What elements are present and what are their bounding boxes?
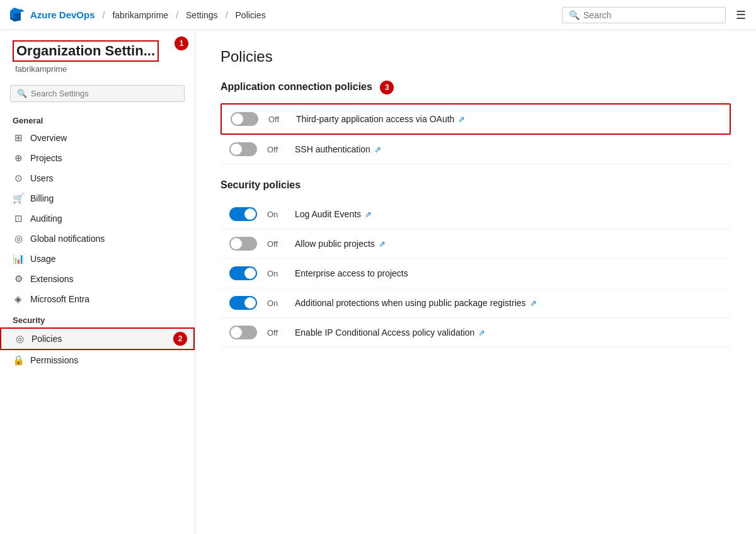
topnav: Azure DevOps / fabrikamprime / Settings … [0,0,756,30]
policies-icon: ◎ [14,333,25,344]
toggle-log-audit[interactable] [229,207,257,221]
sidebar-item-usage[interactable]: 📊 Usage [0,249,195,269]
breadcrumb-sep-2: / [176,10,178,20]
sidebar-item-entra-label: Microsoft Entra [30,294,89,304]
link-icon-ssh[interactable]: ⇗ [374,145,381,154]
badge-2: 2 [173,332,187,346]
sidebar-header: Organization Settin... fabrikamprime 1 [0,30,195,80]
policy-row-ssh: Off SSH authentication ⇗ [220,135,731,164]
policy-text-log-audit: Log Audit Events ⇗ [295,209,372,219]
toggle-knob-public-projects [231,238,242,249]
toggle-public-projects[interactable] [229,237,257,251]
auditing-icon: ⊡ [13,213,24,224]
policy-row-oauth: Off Third-party application access via O… [220,103,731,135]
permissions-icon: 🔒 [13,355,24,366]
section-app-connection-title: Application connection policies 3 [220,81,731,94]
toggle-label-log-audit: On [267,210,285,219]
topnav-brand: Azure DevOps [30,9,95,20]
toggle-ip-conditional[interactable] [229,326,257,339]
toggle-knob-additional-protections [244,297,256,309]
org-title: Organization Settin... [13,40,159,62]
sidebar-search-input[interactable] [31,89,178,98]
policy-text-ip-conditional: Enable IP Conditional Access policy vali… [295,327,485,338]
sidebar-search-icon: 🔍 [17,89,27,98]
sidebar-item-auditing-label: Auditing [30,213,62,224]
sidebar-item-users-label: Users [30,173,54,183]
badge-3: 3 [380,81,394,94]
toggle-label-enterprise-access: On [267,269,285,278]
notifications-icon: ◎ [13,233,24,244]
azure-devops-logo [10,8,25,23]
sidebar-item-overview-label: Overview [30,133,67,143]
sidebar-item-policies-label: Policies [32,334,62,344]
breadcrumb-sep-1: / [103,10,105,20]
section-app-connection: Application connection policies 3 Off Th… [220,81,731,164]
sidebar-item-permissions[interactable]: 🔒 Permissions [0,350,195,370]
toggle-label-ssh: Off [267,145,285,154]
link-icon-ip-conditional[interactable]: ⇗ [478,328,485,338]
sidebar-item-billing-label: Billing [30,193,54,203]
policy-text-oauth: Third-party application access via OAuth… [296,114,465,124]
toggle-knob-log-audit [244,208,256,220]
sidebar-item-projects[interactable]: ⊕ Projects [0,148,195,168]
link-icon-additional-protections[interactable]: ⇗ [530,298,537,308]
usage-icon: 📊 [13,253,24,264]
projects-icon: ⊕ [13,152,24,164]
sidebar: Organization Settin... fabrikamprime 1 🔍… [0,30,195,534]
sidebar-item-extensions-label: Extensions [30,274,73,284]
main-content: Policies Application connection policies… [195,30,756,534]
policy-row-public-projects: Off Allow public projects ⇗ [220,229,731,259]
policy-text-enterprise-access: Enterprise access to projects [295,268,408,278]
toggle-enterprise-access[interactable] [229,266,257,280]
page-title: Policies [220,48,273,65]
link-icon-public-projects[interactable]: ⇗ [379,239,386,249]
policy-row-ip-conditional: Off Enable IP Conditional Access policy … [220,318,731,348]
toggle-additional-protections[interactable] [229,296,257,310]
sidebar-item-usage-label: Usage [30,254,55,264]
toggle-ssh[interactable] [229,142,257,156]
menu-icon[interactable]: ☰ [736,8,746,22]
link-icon-oauth[interactable]: ⇗ [458,115,465,124]
sidebar-item-global-notifications[interactable]: ◎ Global notifications [0,229,195,249]
extensions-icon: ⚙ [13,273,24,285]
search-icon: 🔍 [569,10,580,20]
sidebar-item-extensions[interactable]: ⚙ Extensions [0,269,195,289]
policy-row-log-audit: On Log Audit Events ⇗ [220,200,731,229]
policy-row-additional-protections: On Additional protections when using pub… [220,288,731,318]
sidebar-search-box[interactable]: 🔍 [10,85,185,102]
section-security-label: Security [0,309,195,327]
breadcrumb-policies[interactable]: Policies [236,10,266,20]
link-icon-log-audit[interactable]: ⇗ [365,210,372,219]
topnav-logo: Azure DevOps [10,8,95,23]
section-security-policies-title: Security policies [220,179,731,191]
sidebar-item-projects-label: Projects [30,153,62,163]
toggle-label-ip-conditional: Off [267,328,285,338]
toggle-knob-oauth [232,113,243,125]
sidebar-item-overview[interactable]: ⊞ Overview [0,128,195,148]
badge-1: 1 [175,37,188,50]
toggle-oauth[interactable] [231,112,258,126]
toggle-label-public-projects: Off [267,239,285,249]
policy-text-public-projects: Allow public projects ⇗ [295,239,386,249]
breadcrumb-org[interactable]: fabrikamprime [112,10,168,20]
users-icon: ⊙ [13,173,24,184]
policy-text-ssh: SSH authentication ⇗ [295,144,381,154]
toggle-knob-ip-conditional [231,327,242,338]
sidebar-item-permissions-label: Permissions [30,355,78,365]
policy-row-enterprise-access: On Enterprise access to projects [220,259,731,288]
toggle-label-oauth: Off [268,115,286,124]
sidebar-item-billing[interactable]: 🛒 Billing [0,188,195,208]
toggle-knob-ssh [231,144,242,155]
toggle-label-additional-protections: On [267,298,285,308]
search-input[interactable] [583,10,719,20]
sidebar-item-auditing[interactable]: ⊡ Auditing [0,208,195,229]
sidebar-item-policies[interactable]: ◎ Policies 2 [0,327,195,350]
overview-icon: ⊞ [13,132,24,144]
toggle-knob-enterprise-access [244,268,256,279]
breadcrumb-settings[interactable]: Settings [186,10,218,20]
sidebar-item-microsoft-entra[interactable]: ◈ Microsoft Entra [0,289,195,309]
main-layout: Organization Settin... fabrikamprime 1 🔍… [0,30,756,534]
sidebar-item-users[interactable]: ⊙ Users [0,168,195,188]
topnav-search-box[interactable]: 🔍 [562,7,726,23]
sidebar-item-notifications-label: Global notifications [30,234,105,244]
